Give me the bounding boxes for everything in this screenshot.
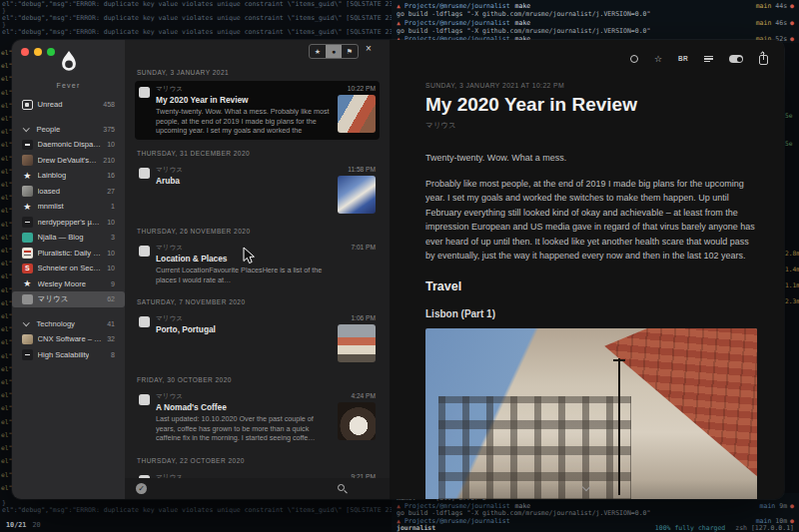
list-item-right: 1:06 PM (336, 314, 376, 362)
unread-checkbox[interactable] (139, 316, 150, 327)
mouse-cursor (243, 247, 255, 265)
star-favicon: ★ (22, 278, 33, 289)
sidebar-feed-item[interactable]: Pluralistic: Daily links…10 (19, 246, 118, 262)
feed-unread-count: 10 (107, 141, 115, 148)
feed-unread-count: 10 (107, 250, 115, 257)
dark-dash-favicon (22, 217, 33, 228)
terminal-duration-fragment: 1.1m (785, 281, 799, 288)
flagged-filter[interactable]: ⚑ (342, 45, 358, 58)
zoom-window-button[interactable] (47, 48, 55, 56)
tmux-window-indicator: 10/21 (6, 521, 26, 529)
sidebar-feed-item[interactable]: Daemonic Dispatches10 (19, 137, 118, 153)
terminal-status-line: 10/2120 (6, 521, 41, 529)
list-item[interactable]: マリウスLocation & PlacesCurrent LocationFav… (135, 240, 380, 288)
minimize-window-button[interactable] (34, 48, 42, 56)
starred-filter[interactable]: ★ (310, 45, 326, 58)
terminal-duration-fragment: 2.8m (785, 250, 799, 257)
sidebar-feed-item[interactable]: SSchneier on Security10 (19, 261, 118, 276)
sidebar-section-header[interactable]: People375 (19, 122, 118, 138)
refresh-icon[interactable] (630, 55, 638, 63)
sidebar-section-header[interactable]: Technology41 (19, 316, 118, 332)
list-item-right: 7:01 PM (336, 244, 376, 284)
share-icon[interactable] (759, 55, 768, 65)
reader-mode-icon[interactable]: BR (678, 54, 688, 64)
feed-label: Pluralistic: Daily links… (38, 249, 103, 258)
feed-list: Unread458People375Daemonic Dispatches10D… (12, 97, 125, 499)
feed-label: Njalla — Blog (38, 233, 84, 242)
command-duration: 44s (775, 2, 787, 10)
feed-unread-count: 210 (103, 157, 115, 164)
list-item[interactable]: マリウスAruba11:58 PM (135, 162, 380, 218)
shell-host: zsh [127.0.0.1] (735, 524, 794, 532)
theme-toggle-icon[interactable] (729, 55, 743, 63)
red-s-favicon: S (22, 264, 33, 274)
sidebar-feed-item[interactable]: ★Wesley Moore9 (19, 276, 118, 292)
list-item-feed: マリウス (156, 392, 330, 401)
list-item[interactable]: マリウスMy 2020 Year in ReviewTwenty-twenty.… (135, 81, 380, 140)
sidebar-feed-item[interactable]: loased27 (19, 184, 118, 200)
prompt-left: ▲Projects/@mrusme/journalistmake (397, 2, 530, 10)
sidebar-feed-item[interactable]: Njalla — Blog3 (19, 230, 118, 246)
unread-checkbox[interactable] (139, 168, 150, 179)
terminal-duration-fragment: 1.4m (785, 266, 799, 272)
list-item[interactable]: マリウスPorto, Portugal1:06 PM (135, 310, 380, 366)
sidebar-feed-item[interactable]: マリウス62 (12, 291, 125, 307)
list-item-time: 7:01 PM (336, 244, 376, 251)
tmux-window-count: 20 (32, 521, 40, 529)
prompt-right: main9m● (760, 503, 794, 511)
feed-unread-count: 10 (107, 219, 115, 226)
running-app-name: journalist (397, 525, 435, 532)
scroll-down-chevron-icon[interactable] (583, 484, 591, 492)
git-branch: main (756, 2, 772, 10)
photo-brown-favicon (22, 155, 33, 166)
list-item-time: 4:24 PM (336, 392, 376, 399)
sidebar-section-people: People375Daemonic Dispatches10Drew DeVau… (19, 122, 118, 307)
feed-unread-count: 3 (111, 234, 115, 241)
sidebar-feed-item[interactable]: High Scalability8 (19, 347, 118, 363)
close-window-button[interactable] (21, 48, 29, 56)
search-icon[interactable] (338, 484, 348, 494)
list-item[interactable]: マリウスA Nomad's CoffeeLast updated: 10.10.… (135, 388, 380, 447)
article-feed-name: マリウス (425, 121, 784, 131)
unread-checkbox[interactable] (139, 394, 150, 405)
close-icon[interactable]: × (363, 43, 375, 54)
article-date: SUNDAY, 3 JANUARY 2021 AT 10:22 PM (425, 82, 784, 89)
unread-checkbox[interactable] (139, 87, 150, 98)
feed-label: CNX Software – Emb… (38, 334, 103, 343)
status-dot-icon: ● (790, 19, 794, 27)
feed-label: mnmlist (38, 202, 64, 211)
list-item-thumbnail (338, 176, 376, 214)
list-date-header: THURSDAY, 31 DECEMBER 2020 (137, 150, 380, 157)
terminal-log-line: el":"debug","msg":"ERROR: duplicate key … (2, 507, 400, 514)
list-item-time: 10:22 PM (336, 85, 376, 92)
feed-label: Lainblog (38, 171, 67, 180)
terminal-duration-fragment: 5e (785, 112, 793, 119)
sidebar-item-unread[interactable]: Unread458 (19, 97, 118, 113)
star-icon[interactable]: ☆ (654, 54, 662, 64)
list-item-thumbnail (338, 324, 376, 362)
unread-favicon (22, 100, 33, 111)
list-item-feed: マリウス (156, 166, 330, 175)
section-count: 41 (107, 320, 115, 327)
status-dot-icon: ● (790, 502, 794, 510)
unread-checkbox[interactable] (139, 246, 150, 257)
feed-label: Wesley Moore (38, 279, 86, 288)
sidebar-feed-item[interactable]: CNX Software – Emb…32 (19, 331, 118, 347)
mark-all-read-icon[interactable]: ✓ (136, 483, 147, 494)
sidebar-feed-item[interactable]: Drew DeVault's blog210 (19, 153, 118, 169)
text-settings-icon[interactable] (704, 56, 713, 63)
dark-dash-favicon (22, 140, 33, 151)
prompt-left: ▲Projects/@mrusme/journalistmake (397, 19, 530, 27)
sidebar-feed-item[interactable]: ★mnmlist1 (19, 199, 118, 215)
list-header: ★●⚑ × (125, 40, 390, 62)
sidebar-feed-item[interactable]: ★Lainblog16 (19, 168, 118, 184)
chevron-down-icon (23, 125, 29, 131)
feed-label: Schneier on Security (38, 264, 103, 272)
sidebar-feed-item[interactable]: nerdypepper's µblog10 (19, 215, 118, 231)
unread-filter[interactable]: ● (326, 45, 342, 58)
star-favicon: ★ (22, 202, 33, 213)
list-item-right: 4:24 PM (336, 392, 376, 443)
list-date-header: FRIDAY, 30 OCTOBER 2020 (137, 376, 380, 383)
list-item-thumbnail (338, 402, 376, 440)
dark-dash-favicon (22, 349, 33, 360)
